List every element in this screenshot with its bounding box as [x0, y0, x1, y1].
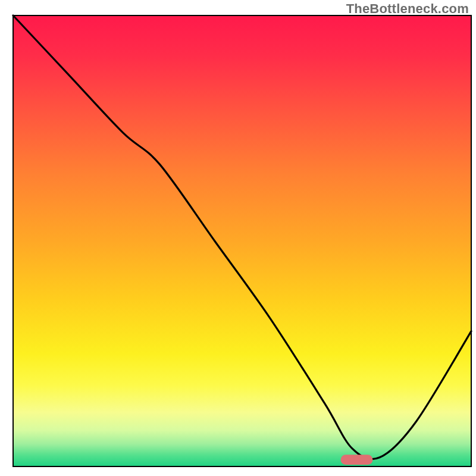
bottleneck-chart	[0, 0, 476, 476]
watermark-text: TheBottleneck.com	[346, 1, 469, 17]
plot-background	[13, 15, 471, 466]
chart-container: TheBottleneck.com	[0, 0, 476, 476]
optimal-marker	[341, 455, 373, 465]
